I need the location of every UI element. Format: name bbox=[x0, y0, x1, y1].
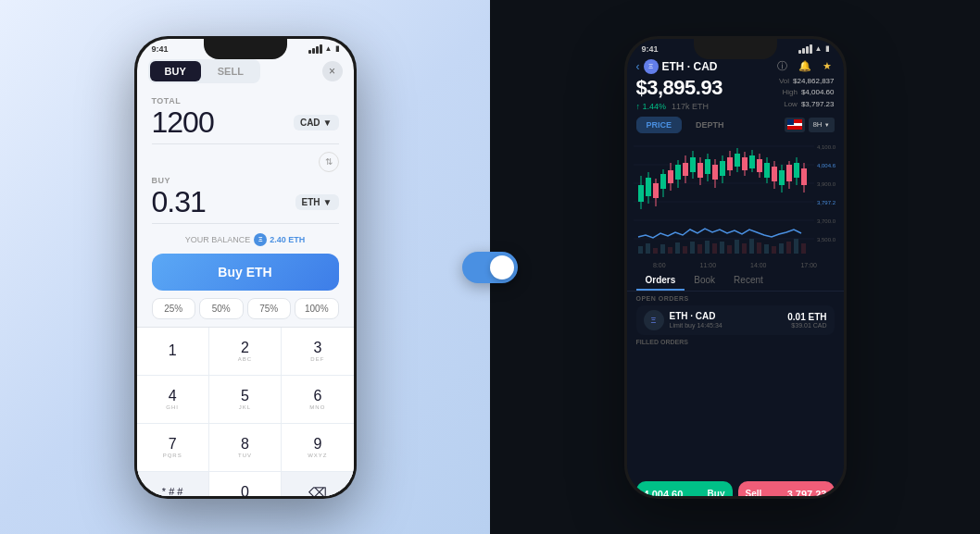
percent-row: 25% 50% 75% 100% bbox=[137, 298, 354, 327]
price-change: ↑ 1.44% bbox=[636, 102, 667, 111]
stats-block: Vol $24,862,837 High $4,004.60 Low $3,79… bbox=[779, 76, 835, 111]
back-icon[interactable]: ‹ bbox=[636, 60, 640, 73]
high-row: High $4,004.60 bbox=[779, 87, 835, 99]
key-4[interactable]: 4GHI bbox=[137, 376, 208, 423]
main-price: $3,895.93 bbox=[636, 76, 722, 100]
svg-rect-65 bbox=[660, 244, 665, 254]
svg-rect-39 bbox=[720, 161, 725, 176]
time-button[interactable]: 8H ▼ bbox=[809, 118, 835, 132]
key-2[interactable]: 2ABC bbox=[209, 328, 281, 375]
bar2d bbox=[802, 48, 805, 54]
svg-rect-62 bbox=[638, 246, 643, 254]
order-eth-icon: Ξ bbox=[644, 310, 664, 330]
bar3d bbox=[806, 46, 809, 54]
svg-rect-33 bbox=[697, 163, 703, 178]
total-amount-value: 1200 bbox=[152, 106, 214, 140]
svg-rect-29 bbox=[683, 163, 688, 176]
buy-price: 4,004.60 bbox=[644, 489, 684, 496]
bar1d bbox=[798, 50, 801, 54]
buy-currency-label: ETH bbox=[302, 197, 320, 207]
svg-rect-53 bbox=[772, 167, 777, 181]
bar3 bbox=[316, 46, 319, 54]
right-panel: 9:41 ▲ ▮ ‹ Ξ bbox=[490, 0, 980, 534]
pct-75[interactable]: 75% bbox=[247, 298, 292, 319]
sell-tab[interactable]: SELL bbox=[203, 61, 258, 81]
price-volume: 117k ETH bbox=[672, 102, 709, 111]
notch bbox=[204, 39, 287, 59]
order-cad-amount: $39.01 CAD bbox=[787, 322, 826, 329]
time-labels: 8:00 11:00 14:00 17:00 bbox=[627, 261, 844, 270]
svg-rect-51 bbox=[764, 163, 770, 178]
svg-rect-31 bbox=[690, 157, 696, 172]
orders-tab[interactable]: Orders bbox=[636, 272, 685, 291]
balance-row: YOUR BALANCE Ξ 2.40 ETH bbox=[137, 230, 354, 254]
svg-rect-45 bbox=[742, 157, 748, 170]
wifi-icon-dark: ▲ bbox=[815, 44, 823, 53]
battery-icon: ▮ bbox=[335, 44, 339, 53]
key-1[interactable]: 1 bbox=[137, 328, 208, 375]
buy-amount-value: 0.31 bbox=[152, 185, 206, 219]
order-details: Limit buy 14:45:34 bbox=[670, 322, 788, 329]
dark-screen: ‹ Ξ ETH · CAD ⓘ 🔔 ★ $3,895.93 bbox=[627, 56, 844, 496]
svg-rect-55 bbox=[779, 170, 785, 185]
key-8[interactable]: 8TUV bbox=[209, 424, 281, 471]
battery-icon-dark: ▮ bbox=[825, 44, 829, 53]
total-currency-select[interactable]: CAD ▼ bbox=[294, 115, 339, 130]
svg-rect-61 bbox=[801, 168, 807, 185]
dark-phone: 9:41 ▲ ▮ ‹ Ξ bbox=[624, 36, 847, 499]
svg-rect-41 bbox=[727, 157, 733, 170]
vol-value: $24,862,837 bbox=[793, 76, 835, 88]
key-3[interactable]: 3DEF bbox=[282, 328, 353, 375]
svg-rect-23 bbox=[660, 174, 666, 189]
svg-rect-21 bbox=[653, 183, 659, 198]
svg-rect-64 bbox=[653, 248, 658, 254]
key-5[interactable]: 5JKL bbox=[209, 376, 281, 423]
svg-rect-79 bbox=[764, 244, 769, 254]
flag-button[interactable] bbox=[785, 118, 805, 132]
svg-rect-77 bbox=[749, 239, 754, 254]
key-6[interactable]: 6MNO bbox=[282, 376, 353, 423]
svg-rect-35 bbox=[705, 159, 710, 174]
theme-toggle[interactable] bbox=[462, 252, 518, 283]
pct-50[interactable]: 50% bbox=[199, 298, 244, 319]
svg-rect-70 bbox=[697, 244, 702, 254]
buy-tab[interactable]: BUY bbox=[150, 61, 201, 81]
bell-icon[interactable]: 🔔 bbox=[798, 59, 812, 74]
bar4 bbox=[320, 44, 322, 54]
sell-bottom-button[interactable]: Sell 3,797.23 bbox=[738, 481, 835, 496]
price-stats-row: $3,895.93 ↑ 1.44% 117k ETH Vol $24,862,8… bbox=[627, 76, 844, 113]
key-9[interactable]: 9WXYZ bbox=[282, 424, 353, 471]
orders-tabs: Orders Book Recent bbox=[627, 270, 844, 292]
time-label-1: 8:00 bbox=[653, 262, 666, 268]
svg-rect-25 bbox=[668, 170, 673, 183]
swap-icon[interactable]: ⇅ bbox=[319, 152, 339, 172]
pct-25[interactable]: 25% bbox=[152, 298, 196, 319]
svg-rect-71 bbox=[705, 241, 710, 254]
buy-sell-bottom: 4,004.60 Buy Sell 3,797.23 bbox=[627, 478, 844, 496]
buy-bottom-button[interactable]: 4,004.60 Buy bbox=[636, 481, 733, 496]
price-tab[interactable]: PRICE bbox=[636, 117, 683, 133]
svg-rect-66 bbox=[668, 247, 672, 254]
total-label: TOTAL bbox=[152, 96, 339, 106]
order-info: ETH · CAD Limit buy 14:45:34 bbox=[670, 311, 788, 329]
time-label: 8H bbox=[812, 120, 822, 129]
buy-eth-button[interactable]: Buy ETH bbox=[152, 254, 339, 291]
book-tab[interactable]: Book bbox=[685, 272, 724, 291]
depth-tab[interactable]: DEPTH bbox=[685, 117, 735, 133]
vol-row: Vol $24,862,837 bbox=[779, 76, 835, 88]
key-backspace[interactable]: ⌫ bbox=[282, 472, 353, 496]
close-button[interactable]: × bbox=[322, 61, 343, 81]
recent-tab[interactable]: Recent bbox=[724, 272, 773, 291]
pct-100[interactable]: 100% bbox=[295, 298, 339, 319]
star-icon[interactable]: ★ bbox=[820, 59, 835, 74]
buy-currency-select[interactable]: ETH ▼ bbox=[295, 194, 339, 210]
svg-rect-74 bbox=[727, 245, 732, 254]
svg-rect-72 bbox=[712, 243, 717, 254]
key-7[interactable]: 7PQRS bbox=[137, 424, 208, 471]
svg-rect-17 bbox=[638, 185, 644, 202]
svg-text:3,797.2: 3,797.2 bbox=[817, 200, 836, 205]
key-0[interactable]: 0 bbox=[209, 472, 281, 496]
info-icon[interactable]: ⓘ bbox=[775, 59, 790, 74]
key-symbols[interactable]: * # # bbox=[137, 472, 208, 496]
time-label-3: 14:00 bbox=[750, 262, 767, 268]
